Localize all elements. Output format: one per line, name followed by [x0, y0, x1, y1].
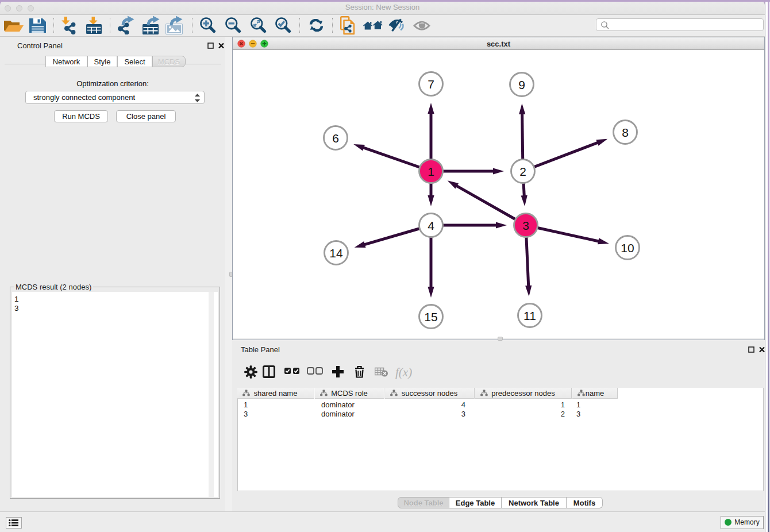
svg-text:7: 7	[428, 78, 434, 91]
svg-text:11: 11	[523, 309, 536, 322]
svg-text:3: 3	[522, 219, 529, 232]
svg-text:10: 10	[621, 241, 634, 255]
svg-text:9: 9	[518, 78, 525, 91]
svg-text:14: 14	[329, 246, 343, 260]
svg-text:1: 1	[428, 165, 434, 178]
svg-text:4: 4	[428, 219, 434, 232]
svg-text:15: 15	[424, 310, 437, 323]
svg-text:2: 2	[519, 165, 526, 178]
svg-text:8: 8	[622, 126, 629, 139]
svg-text:6: 6	[332, 132, 339, 145]
